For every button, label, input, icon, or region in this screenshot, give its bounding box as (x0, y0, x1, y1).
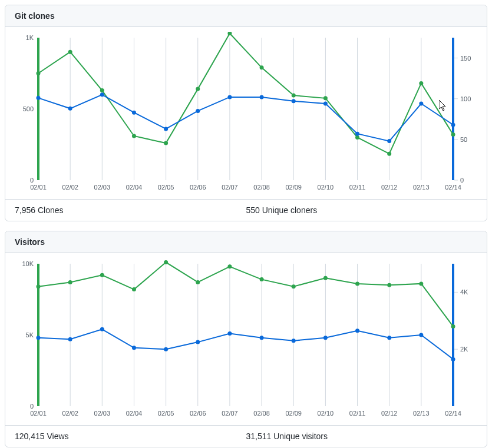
svg-text:02/10: 02/10 (318, 184, 334, 191)
svg-text:02/14: 02/14 (445, 410, 461, 417)
svg-text:02/02: 02/02 (62, 184, 78, 191)
svg-text:02/10: 02/10 (318, 410, 334, 417)
svg-point-50 (323, 96, 328, 100)
visitors-panel: Visitors 02/0102/0202/0302/0402/0502/060… (5, 231, 487, 447)
svg-point-132 (419, 333, 423, 337)
svg-point-108 (100, 273, 104, 277)
svg-text:0: 0 (30, 177, 34, 184)
svg-point-117 (387, 283, 391, 287)
svg-text:02/09: 02/09 (285, 410, 302, 417)
panel-title: Visitors (5, 231, 487, 253)
svg-point-129 (323, 336, 328, 340)
svg-point-45 (164, 141, 168, 145)
svg-point-63 (292, 99, 296, 103)
svg-text:500: 500 (23, 105, 34, 112)
svg-point-114 (292, 284, 296, 288)
svg-text:02/08: 02/08 (253, 410, 270, 417)
svg-text:02/01: 02/01 (30, 410, 47, 417)
svg-text:02/04: 02/04 (126, 410, 143, 417)
svg-text:02/04: 02/04 (126, 184, 143, 191)
svg-point-131 (387, 336, 391, 340)
svg-point-64 (323, 102, 328, 106)
svg-point-60 (196, 109, 200, 113)
svg-point-115 (323, 276, 328, 280)
svg-text:02/03: 02/03 (94, 410, 111, 417)
svg-text:150: 150 (460, 55, 471, 62)
svg-point-125 (196, 340, 200, 344)
panel-footer: 120,415 Views 31,511 Unique visitors (5, 425, 487, 447)
svg-text:02/02: 02/02 (62, 410, 78, 417)
svg-point-58 (132, 111, 136, 115)
svg-point-42 (68, 50, 72, 54)
svg-point-128 (292, 339, 296, 343)
chart-svg: 02/0102/0202/0302/0402/0502/0602/0702/08… (10, 32, 481, 197)
svg-point-46 (196, 87, 200, 91)
svg-point-112 (227, 264, 232, 268)
svg-point-110 (164, 260, 168, 264)
svg-point-61 (227, 95, 232, 99)
svg-point-111 (196, 280, 200, 284)
footer-stat-views: 120,415 Views (15, 432, 246, 441)
svg-point-65 (355, 132, 359, 136)
svg-point-118 (419, 281, 423, 286)
svg-text:0: 0 (30, 403, 34, 410)
svg-point-127 (260, 336, 264, 340)
svg-point-52 (387, 152, 391, 156)
svg-point-55 (37, 96, 41, 100)
svg-text:5K: 5K (26, 331, 34, 339)
svg-point-119 (451, 324, 455, 328)
svg-text:02/12: 02/12 (381, 410, 398, 417)
svg-text:02/09: 02/09 (285, 184, 302, 191)
svg-text:02/11: 02/11 (349, 410, 366, 417)
svg-point-41 (37, 71, 41, 75)
svg-text:02/05: 02/05 (158, 410, 174, 417)
svg-text:02/01: 02/01 (30, 184, 47, 191)
svg-point-126 (227, 331, 232, 336)
svg-point-120 (37, 336, 41, 340)
panel-footer: 7,956 Clones 550 Unique cloners (5, 199, 487, 221)
svg-text:02/07: 02/07 (222, 184, 238, 191)
svg-point-67 (419, 102, 423, 106)
svg-point-116 (355, 281, 359, 286)
svg-point-51 (355, 135, 359, 140)
svg-text:02/06: 02/06 (190, 410, 206, 417)
svg-text:02/11: 02/11 (349, 184, 366, 191)
svg-point-48 (260, 65, 264, 69)
svg-text:10K: 10K (22, 260, 34, 267)
svg-text:100: 100 (460, 95, 471, 102)
svg-text:50: 50 (460, 136, 467, 143)
footer-stat-unique: 550 Unique cloners (246, 205, 478, 215)
svg-point-53 (419, 81, 423, 85)
svg-text:1K: 1K (26, 34, 34, 41)
svg-point-49 (292, 94, 296, 98)
svg-text:02/07: 02/07 (222, 410, 238, 417)
footer-stat-clones: 7,956 Clones (15, 205, 246, 215)
svg-point-68 (451, 122, 455, 127)
footer-stat-unique: 31,511 Unique visitors (246, 432, 478, 441)
svg-point-43 (100, 88, 104, 92)
svg-text:02/06: 02/06 (190, 184, 206, 191)
svg-text:02/12: 02/12 (381, 184, 398, 191)
svg-text:4K: 4K (460, 288, 468, 296)
svg-point-122 (100, 327, 104, 331)
svg-text:02/14: 02/14 (445, 184, 461, 191)
svg-text:02/08: 02/08 (253, 184, 270, 191)
svg-text:2K: 2K (460, 346, 468, 353)
svg-point-62 (260, 95, 264, 99)
svg-point-107 (68, 280, 72, 284)
svg-point-133 (451, 357, 455, 361)
svg-point-130 (355, 328, 359, 333)
svg-text:0: 0 (460, 177, 464, 184)
svg-point-113 (260, 277, 264, 281)
chart-git-clones: 02/0102/0202/0302/0402/0502/0602/0702/08… (5, 27, 487, 199)
svg-point-59 (164, 127, 168, 131)
panel-title: Git clones (5, 5, 487, 27)
svg-point-56 (68, 107, 72, 111)
svg-point-44 (132, 134, 136, 138)
svg-point-124 (164, 347, 168, 351)
svg-point-123 (132, 346, 136, 350)
svg-point-106 (37, 284, 41, 288)
svg-point-66 (387, 139, 391, 143)
svg-text:02/05: 02/05 (158, 184, 174, 191)
svg-point-121 (68, 337, 72, 341)
